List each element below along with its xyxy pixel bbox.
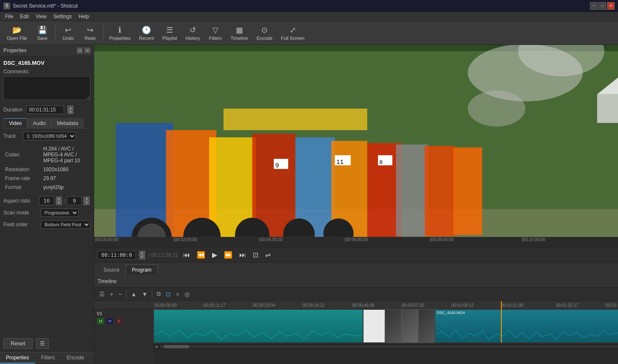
field-order-select[interactable]: Bottom Field First <box>41 220 90 229</box>
window-title: Secret Service.mlt* - Shotcut <box>13 3 78 9</box>
open-file-button[interactable]: 📂 Open File <box>3 24 31 42</box>
thumb-clip-2[interactable] <box>402 309 418 343</box>
open-file-icon: 📂 <box>12 25 22 35</box>
menu-help[interactable]: Help <box>75 13 92 20</box>
scroll-thumb[interactable] <box>164 345 189 348</box>
timeline-lower-button[interactable]: ▼ <box>140 290 149 298</box>
aspect-h-spinner[interactable]: ▲ ▼ <box>84 197 89 205</box>
properties-menu-button[interactable]: ☰ <box>36 338 49 349</box>
skip-to-start-button[interactable]: ⏮ <box>182 250 192 260</box>
timeline-lift-button[interactable]: ▲ <box>129 290 138 298</box>
main-clip-segment-1[interactable] <box>154 309 363 343</box>
thumb-clip-1[interactable] <box>385 309 402 343</box>
tl-mark-3: 00:00:34:21 <box>302 303 325 308</box>
skip-to-end-button[interactable]: ⏭ <box>238 250 248 260</box>
timeline-button[interactable]: ▦ Timeline <box>227 24 252 42</box>
app-icon: S <box>3 3 10 9</box>
gap-clip[interactable] <box>363 309 385 343</box>
tab-video[interactable]: Video <box>3 118 27 128</box>
save-icon: 💾 <box>38 25 47 35</box>
history-button[interactable]: ↺ History <box>182 24 204 42</box>
prev-frame-button[interactable]: ⏪ <box>195 250 207 260</box>
minimize-button[interactable]: ─ <box>590 2 598 10</box>
program-tab[interactable]: Program <box>126 264 158 275</box>
filters-button[interactable]: ▽ Filters <box>205 24 226 42</box>
timeline-add-button[interactable]: + <box>108 290 115 298</box>
encode-button[interactable]: ⊙ Encode <box>253 24 276 42</box>
scroll-track[interactable] <box>159 345 618 348</box>
left-tab-filters[interactable]: Filters <box>35 353 61 364</box>
close-button[interactable]: ✕ <box>607 2 615 10</box>
timecode-down[interactable]: ▼ <box>139 255 145 259</box>
aspect-w-down[interactable]: ▼ <box>56 201 62 205</box>
main-clip-segment-2[interactable]: DSC_4165.MOV <box>435 309 618 343</box>
center-panel: 9 11 8 🔇 ⊞ |00:00:00:00 |00:02:00:00 |00… <box>94 45 618 364</box>
timeline-menu-button[interactable]: ☰ <box>98 290 106 298</box>
timeline-tracks-area[interactable]: 00:00:00:00 00:00:11:17 00:00:23:04 00:0… <box>154 301 618 364</box>
playlist-button[interactable]: ☰ Playlist <box>159 24 181 42</box>
loop-button[interactable]: ⇌ <box>263 250 272 260</box>
duration-spinner[interactable]: ▲ ▼ <box>67 106 73 114</box>
save-button[interactable]: 💾 Save <box>32 24 53 42</box>
track-lock-button[interactable]: C <box>115 318 123 325</box>
aspect-h-down[interactable]: ▼ <box>84 201 89 205</box>
aspect-height-input[interactable] <box>67 196 82 205</box>
aspect-width-input[interactable] <box>39 196 54 205</box>
recent-button[interactable]: 🕐 Recent <box>136 24 157 42</box>
extra-button[interactable]: ⊡ <box>251 250 260 260</box>
duration-input[interactable] <box>26 106 64 114</box>
thumb-clip-3[interactable] <box>418 309 435 343</box>
duration-down[interactable]: ▼ <box>67 110 73 114</box>
ruler-mark-4: |00:08:00:00 <box>430 237 453 242</box>
titlebar-controls[interactable]: ─ □ ✕ <box>590 2 615 10</box>
timeline-snap-button[interactable]: ⊡ <box>164 290 173 298</box>
menu-settings[interactable]: Settings <box>50 13 75 20</box>
panel-float-button[interactable]: ⊡ <box>77 47 83 53</box>
track-mute-button[interactable]: M <box>97 318 104 325</box>
thumb-img-3 <box>419 310 434 342</box>
tab-metadata[interactable]: Metadata <box>51 118 84 128</box>
tl-mark-1: 00:00:11:17 <box>203 303 226 308</box>
panel-close-button[interactable]: ✕ <box>84 47 90 53</box>
comments-input[interactable] <box>3 76 90 100</box>
full-screen-button[interactable]: ⤢ Full Screen <box>277 24 308 42</box>
left-tab-encode[interactable]: Encode <box>61 353 90 364</box>
timeline-ripple-button[interactable]: ≈ <box>174 290 181 298</box>
play-button[interactable]: ▶ <box>210 250 219 260</box>
clip-label-text: DSC_4165.MOV <box>437 311 465 315</box>
next-frame-button[interactable]: ⏩ <box>222 250 234 260</box>
redo-button[interactable]: ↪ Redo <box>80 24 101 42</box>
menu-edit[interactable]: Edit <box>17 13 32 20</box>
track-hide-button[interactable]: H <box>106 318 114 325</box>
menu-file[interactable]: File <box>2 13 17 20</box>
source-tab[interactable]: Source <box>98 265 126 275</box>
tab-audio[interactable]: Audio <box>27 118 51 128</box>
timeline-marker-button[interactable]: ◎ <box>183 290 191 298</box>
svg-text:9: 9 <box>275 161 279 169</box>
timecode-up[interactable]: ▲ <box>139 251 145 255</box>
left-tab-properties[interactable]: Properties <box>0 353 35 364</box>
undo-button[interactable]: ↩ Undo <box>58 24 78 42</box>
aspect-w-spinner[interactable]: ▲ ▼ <box>56 197 62 205</box>
maximize-button[interactable]: □ <box>598 2 606 10</box>
panel-header-controls[interactable]: ⊡ ✕ <box>77 47 90 53</box>
reset-button[interactable]: Reset <box>3 338 33 349</box>
duration-up[interactable]: ▲ <box>67 106 73 110</box>
track-v1-content[interactable]: DSC_4165.MOV <box>154 309 618 343</box>
timeline-scrollbar[interactable]: ◀ ▶ <box>154 343 618 349</box>
scroll-left-arrow[interactable]: ◀ <box>154 344 158 349</box>
aspect-w-up[interactable]: ▲ <box>56 197 62 201</box>
timecode-spinner[interactable]: ▲ ▼ <box>139 251 145 259</box>
resolution-value: 1920x1080 <box>42 165 90 174</box>
timeline-split-button[interactable]: ⧉ <box>155 289 162 298</box>
timeline-remove-button[interactable]: − <box>117 290 123 298</box>
properties-button[interactable]: ℹ Properties <box>106 24 134 42</box>
track-v1-buttons[interactable]: M H C <box>97 318 151 325</box>
preview-timeline-ruler[interactable]: |00:00:00:00 |00:02:00:00 |00:04:00:00 |… <box>94 237 618 247</box>
scan-select[interactable]: Progressive <box>41 208 78 217</box>
tl-sep-2 <box>152 290 152 298</box>
menu-view[interactable]: View <box>32 13 50 20</box>
timecode-input[interactable] <box>98 251 136 259</box>
aspect-h-up[interactable]: ▲ <box>84 197 89 201</box>
track-select[interactable]: 1: 1920x1080 h264 <box>23 132 76 140</box>
